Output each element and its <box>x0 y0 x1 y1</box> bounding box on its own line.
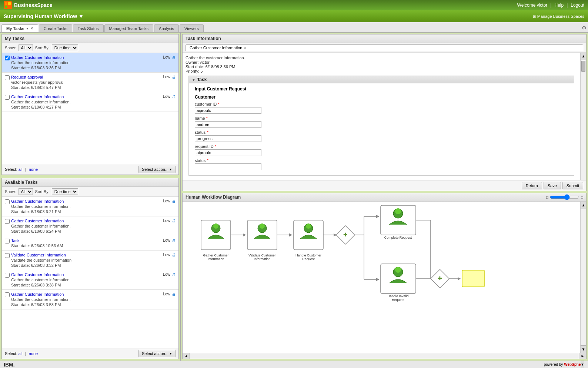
my-task-item-2[interactable]: Request approval victor requests your ap… <box>2 73 178 92</box>
scrollbar-thumb[interactable] <box>581 61 585 72</box>
avail-print-icon-1[interactable]: 🖨 <box>172 199 176 203</box>
avail-task-item-1[interactable]: Gather Customer Information Gather the c… <box>2 197 178 216</box>
avail-task-title-1[interactable]: Gather Customer Information <box>11 199 64 203</box>
manage-business-spaces-link[interactable]: Manage Business Spaces <box>537 14 584 19</box>
scrollbar-up-btn[interactable]: ▲ <box>581 53 586 60</box>
request-id-input[interactable] <box>195 149 261 156</box>
svg-text:Request: Request <box>392 298 404 302</box>
workflow-scrollbar-v[interactable]: ▲ ▼ <box>580 202 586 353</box>
customer-id-input[interactable] <box>195 107 261 114</box>
tab-close-icon[interactable]: ✕ <box>30 27 33 30</box>
avail-task-checkbox-6[interactable] <box>5 292 10 297</box>
task-tab-close-icon[interactable]: ✕ <box>244 46 247 50</box>
avail-print-icon-6[interactable]: 🖨 <box>172 292 176 296</box>
workflow-scroll-up[interactable]: ▲ <box>581 202 586 209</box>
avail-task-title-6[interactable]: Gather Customer Information <box>11 292 64 296</box>
my-task-date-3: Start date: 6/18/08 4:27 PM <box>11 105 61 109</box>
zoom-in-icon[interactable]: □ <box>581 195 583 199</box>
help-link[interactable]: Help <box>554 3 564 8</box>
manage-icon: ⊞ <box>533 14 536 19</box>
tab-viewers[interactable]: Viewers <box>180 24 204 32</box>
workflow-scroll-right[interactable]: ► <box>579 353 586 359</box>
avail-task-checkbox-2[interactable] <box>5 219 10 224</box>
avail-task-checkbox-3[interactable] <box>5 239 10 243</box>
my-task-item-3[interactable]: Gather Customer Information Gather the c… <box>2 92 178 112</box>
avail-task-item-3[interactable]: Task Start date: 6/26/08 10:53 AM Low 🖨 <box>2 236 178 251</box>
my-task-title-1[interactable]: Gather Customer Information <box>11 55 64 60</box>
avail-task-item-6[interactable]: Gather Customer Information Gather the c… <box>2 290 178 309</box>
avail-task-checkbox-4[interactable] <box>5 253 10 258</box>
owner-value: victor <box>200 60 210 64</box>
avail-task-title-2[interactable]: Gather Customer Information <box>11 219 64 223</box>
save-button[interactable]: Save <box>544 182 561 189</box>
avail-task-item-4[interactable]: Validate Customer Information Validate t… <box>2 251 178 270</box>
my-task-title-2[interactable]: Request approval <box>11 75 43 79</box>
tab-create-tasks[interactable]: Create Tasks <box>39 24 72 32</box>
svg-text:✚: ✚ <box>438 275 442 281</box>
name-input[interactable] <box>195 121 261 128</box>
my-task-item-1[interactable]: Gather Customer Information Gather the c… <box>2 53 178 73</box>
title-dropdown-icon[interactable]: ▼ <box>78 13 84 19</box>
avail-task-checkbox-1[interactable] <box>5 199 10 204</box>
zoom-slider[interactable] <box>550 196 579 199</box>
avail-select-none-link[interactable]: none <box>29 351 38 356</box>
avail-task-item-2[interactable]: Gather Customer Information Gather the c… <box>2 216 178 236</box>
avail-task-desc-5: Gather the customer information. <box>11 278 71 282</box>
svg-text:Information: Information <box>254 257 270 261</box>
avail-show-select[interactable]: All <box>19 188 33 195</box>
avail-task-item-5[interactable]: Gather Customer Information Gather the c… <box>2 270 178 290</box>
available-tasks-footer: Select: all | none Select action... ▼ <box>2 348 178 359</box>
avail-sort-select[interactable]: Due time <box>52 188 78 195</box>
powered-by-text: powered by WebSphere <box>544 362 584 367</box>
form-field-customer-id: customer ID * <box>195 102 568 114</box>
avail-task-desc-4: Validate the customer information. <box>11 258 73 262</box>
tab-analysis[interactable]: Analysis <box>154 24 179 32</box>
logout-link[interactable]: Logout <box>571 3 584 8</box>
my-task-checkbox-1[interactable] <box>5 56 10 60</box>
avail-task-checkbox-5[interactable] <box>5 273 10 278</box>
select-none-link[interactable]: none <box>29 167 38 172</box>
avail-task-title-4[interactable]: Validate Customer Information <box>11 253 66 257</box>
task-section-toggle[interactable]: ▼ Task <box>189 76 574 83</box>
avail-tasks-action-btn[interactable]: Select action... ▼ <box>138 350 176 357</box>
avail-task-title-3[interactable]: Task <box>11 238 20 243</box>
return-button[interactable]: Return <box>522 182 542 189</box>
logo-text: BusinessSpace <box>14 2 53 8</box>
svg-rect-0 <box>5 2 7 5</box>
select-all-link[interactable]: all <box>19 167 23 172</box>
tab-settings-icon[interactable]: ⚙ <box>582 25 587 31</box>
avail-print-icon-3[interactable]: 🖨 <box>172 238 176 242</box>
task-info-scrollbar[interactable]: ▲ ▼ <box>580 53 586 180</box>
tabs-left: My Tasks ▼ ✕ Create Tasks Task Status Ma… <box>1 24 204 32</box>
task-info-tab-item[interactable]: Gather Customer Information ✕ <box>186 44 583 51</box>
print-icon-2[interactable]: 🖨 <box>172 75 176 79</box>
workflow-scroll-left[interactable]: ◄ <box>183 353 190 359</box>
workflow-scroll-down[interactable]: ▼ <box>581 345 586 353</box>
avail-task-title-5[interactable]: Gather Customer Information <box>11 272 64 277</box>
tab-managed-team-tasks[interactable]: Managed Team Tasks <box>104 24 154 32</box>
status2-input[interactable] <box>195 163 261 170</box>
my-task-checkbox-2[interactable] <box>5 75 10 80</box>
sort-select[interactable]: Due time <box>52 44 78 51</box>
start-label: Start date: <box>186 64 206 69</box>
tab-my-tasks[interactable]: My Tasks ▼ ✕ <box>1 24 38 32</box>
submit-button[interactable]: Submit <box>562 182 583 189</box>
avail-print-icon-2[interactable]: 🖨 <box>172 219 176 223</box>
my-tasks-action-btn[interactable]: Select action... ▼ <box>138 166 176 173</box>
workflow-scrollbar-h[interactable]: ◄ ► <box>183 353 586 359</box>
avail-print-icon-4[interactable]: 🖨 <box>172 253 176 257</box>
print-icon-1[interactable]: 🖨 <box>172 55 176 59</box>
avail-print-icon-5[interactable]: 🖨 <box>172 272 176 276</box>
show-select[interactable]: All <box>19 44 33 51</box>
select-label: Select: <box>5 167 17 172</box>
my-task-title-3[interactable]: Gather Customer Information <box>11 95 64 99</box>
tab-dropdown-icon[interactable]: ▼ <box>26 27 29 30</box>
my-task-checkbox-3[interactable] <box>5 95 10 100</box>
zoom-out-icon[interactable]: □ <box>546 195 548 199</box>
workflow-diagram-header: Human Workflow Diagram □ □ <box>183 193 586 202</box>
print-icon-3[interactable]: 🖨 <box>172 95 176 99</box>
status-input[interactable] <box>195 135 261 142</box>
my-tasks-list: Gather Customer Information Gather the c… <box>2 53 178 164</box>
tab-task-status[interactable]: Task Status <box>73 24 104 32</box>
avail-select-all-link[interactable]: all <box>19 351 23 356</box>
